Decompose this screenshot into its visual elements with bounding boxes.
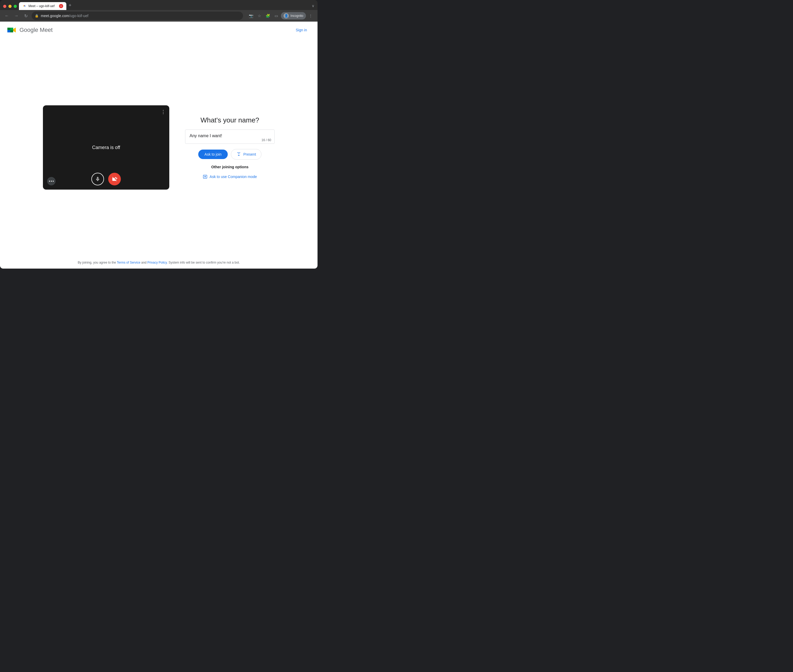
- minimize-window-button[interactable]: [8, 5, 11, 8]
- incognito-button[interactable]: 👤 Incognito: [281, 12, 306, 19]
- url-prefix: meet.google.com: [41, 14, 69, 18]
- tab-favicon: [22, 4, 26, 8]
- meet-header: Google Meet Sign in: [0, 22, 318, 38]
- url-field[interactable]: 🔒 meet.google.com/ugo-kiif-uef: [32, 11, 243, 20]
- present-label: Present: [243, 152, 256, 157]
- window-controls: [2, 5, 19, 10]
- svg-rect-4: [7, 28, 10, 30]
- meet-brand-text: Google Meet: [19, 27, 53, 34]
- page-footer: By joining, you agree to the Terms of Se…: [0, 256, 318, 269]
- camera-toggle-button[interactable]: [108, 173, 121, 186]
- active-tab[interactable]: Meet – ugo-kiif-uef ×: [19, 2, 66, 10]
- present-button[interactable]: Present: [231, 149, 261, 160]
- name-input-container: 16 / 60: [185, 130, 275, 144]
- lock-icon: 🔒: [35, 14, 39, 18]
- tab-title-text: Meet – ugo-kiif-uef: [29, 4, 57, 8]
- tab-chevron[interactable]: ∨: [312, 4, 315, 10]
- footer-text-middle: and: [140, 261, 147, 264]
- three-dots-icon: [49, 181, 54, 182]
- privacy-policy-link[interactable]: Privacy Policy: [147, 261, 167, 264]
- video-more-options-icon[interactable]: ⋮: [161, 109, 166, 115]
- name-question-heading: What's your name?: [200, 116, 259, 124]
- toolbar-right: 📷 ☆ 🧩 ▭ 👤 Incognito ⋮: [247, 12, 314, 19]
- cast-icon[interactable]: ▭: [272, 12, 280, 19]
- close-window-button[interactable]: [3, 5, 6, 8]
- ask-to-join-button[interactable]: Ask to join: [198, 150, 228, 159]
- page-content: Google Meet Sign in ⋮ Camera is off: [0, 22, 318, 269]
- url-suffix: /ugo-kiif-uef: [69, 14, 88, 18]
- sign-in-button[interactable]: Sign in: [291, 26, 311, 34]
- char-count-label: 16 / 60: [261, 138, 271, 142]
- footer-text-before: By joining, you agree to the: [78, 261, 117, 264]
- tab-close-button[interactable]: ×: [59, 4, 63, 8]
- new-tab-button[interactable]: +: [66, 2, 74, 9]
- address-bar: ← → ↻ 🔒 meet.google.com/ugo-kiif-uef 📷 ☆…: [0, 10, 318, 22]
- incognito-label: Incognito: [290, 14, 303, 18]
- refresh-button[interactable]: ↻: [22, 12, 29, 19]
- incognito-avatar: 👤: [283, 13, 289, 18]
- video-controls: [91, 173, 121, 186]
- meet-logo: Google Meet: [6, 25, 53, 35]
- terms-of-service-link[interactable]: Terms of Service: [117, 261, 140, 264]
- svg-rect-6: [7, 30, 10, 32]
- forward-button[interactable]: →: [13, 12, 20, 19]
- name-input-field[interactable]: [190, 133, 270, 138]
- other-options-label: Other joining options: [211, 165, 249, 169]
- url-text: meet.google.com/ugo-kiif-uef: [41, 14, 88, 18]
- extension-icon[interactable]: 🧩: [264, 12, 272, 19]
- more-options-browser-icon[interactable]: ⋮: [307, 12, 314, 19]
- browser-frame: Meet – ugo-kiif-uef × + ∨ ← → ↻ 🔒 meet.g…: [0, 0, 318, 269]
- present-icon: [237, 152, 241, 157]
- bookmark-icon[interactable]: ☆: [256, 12, 263, 19]
- camera-off-icon: [112, 176, 117, 182]
- action-buttons: Ask to join Present: [198, 149, 262, 160]
- microphone-icon: [95, 176, 100, 182]
- back-button[interactable]: ←: [3, 12, 11, 19]
- right-panel: What's your name? 16 / 60 Ask to join Pr…: [185, 116, 275, 179]
- video-preview: ⋮ Camera is off: [43, 105, 169, 190]
- companion-mode-icon: [203, 174, 208, 179]
- camera-off-label: Camera is off: [92, 145, 120, 150]
- main-area: ⋮ Camera is off: [0, 38, 318, 256]
- footer-text-after: . System info will be sent to confirm yo…: [167, 261, 240, 264]
- svg-rect-5: [10, 28, 13, 30]
- companion-mode-label: Ask to use Companion mode: [209, 174, 257, 179]
- svg-rect-7: [10, 30, 13, 32]
- tab-bar: Meet – ugo-kiif-uef × + ∨: [0, 0, 318, 10]
- maximize-window-button[interactable]: [14, 5, 17, 8]
- google-meet-logo-icon: [6, 25, 17, 35]
- camera-toolbar-icon[interactable]: 📷: [247, 12, 254, 19]
- microphone-button[interactable]: [91, 173, 104, 186]
- video-options-button[interactable]: [47, 177, 56, 186]
- companion-mode-link[interactable]: Ask to use Companion mode: [203, 174, 257, 179]
